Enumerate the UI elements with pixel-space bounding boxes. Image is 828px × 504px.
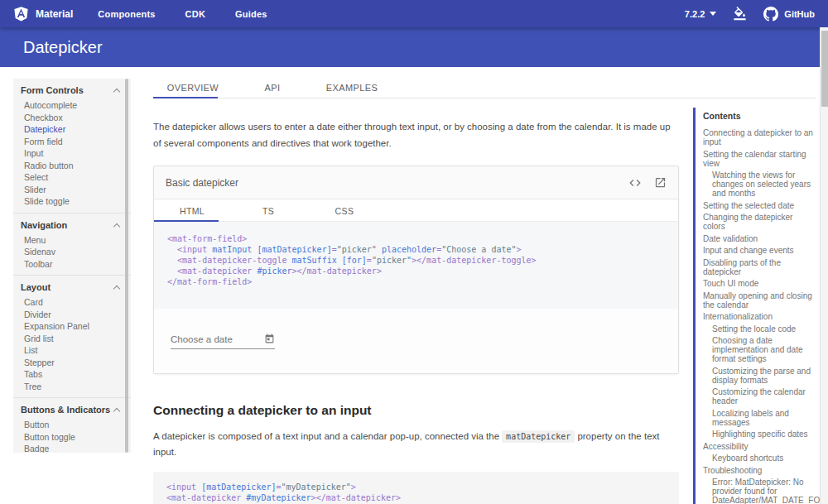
sidebar-item-checkbox[interactable]: Checkbox bbox=[13, 112, 131, 124]
version-picker[interactable]: 7.2.2 bbox=[685, 9, 716, 19]
sidenav-section-header[interactable]: Buttons & Indicators bbox=[13, 401, 131, 419]
sidenav-section-header[interactable]: Layout bbox=[13, 279, 131, 296]
sidenav-scrollbar[interactable] bbox=[125, 79, 128, 453]
toc-item-changing-the-datepicker-colors[interactable]: Changing the datepicker colors bbox=[703, 213, 816, 231]
toc-item-choosing-a-date-implementation-and-date-[interactable]: Choosing a date implementation and date … bbox=[703, 336, 816, 363]
sidenav-section-label: Layout bbox=[21, 283, 51, 292]
github-link[interactable]: GitHub bbox=[763, 7, 815, 22]
sidebar-item-grid-list[interactable]: Grid list bbox=[13, 333, 131, 345]
toc-item-input-and-change-events[interactable]: Input and change events bbox=[703, 246, 816, 255]
sidebar-item-menu[interactable]: Menu bbox=[13, 234, 131, 247]
sidebar-item-select[interactable]: Select bbox=[13, 171, 131, 184]
code-line: <input matInput [matDatepicker]="picker"… bbox=[167, 244, 665, 255]
toc-item-date-validation[interactable]: Date validation bbox=[703, 234, 816, 243]
paint-bucket-icon bbox=[733, 7, 747, 21]
sidebar-item-tree[interactable]: Tree bbox=[13, 381, 131, 393]
snippet-code-block: <input [matDatepicker]="myDatepicker"><m… bbox=[153, 472, 679, 504]
navbar-link-guides[interactable]: Guides bbox=[235, 9, 267, 19]
sidebar-item-tabs[interactable]: Tabs bbox=[13, 368, 131, 381]
demo-input-placeholder: Choose a date bbox=[171, 334, 233, 344]
sidebar-item-toolbar[interactable]: Toolbar bbox=[13, 258, 131, 271]
open-in-new-icon[interactable] bbox=[654, 176, 667, 189]
toc-item-setting-the-calendar-starting-view[interactable]: Setting the calendar starting view bbox=[703, 150, 816, 168]
section-heading: Connecting a datepicker to an input bbox=[153, 403, 679, 418]
version-label: 7.2.2 bbox=[685, 9, 705, 19]
navbar-links: ComponentsCDKGuides bbox=[98, 9, 267, 19]
chevron-up-icon bbox=[113, 286, 120, 292]
tab-api[interactable]: API bbox=[233, 79, 312, 98]
code-line: <input [matDatepicker]="myDatepicker"> bbox=[166, 482, 666, 492]
example-demo-area: Choose a date bbox=[154, 309, 678, 373]
inline-code: matDatepicker bbox=[502, 430, 575, 443]
toc-item-setting-the-locale-code[interactable]: Setting the locale code bbox=[703, 324, 816, 334]
brand-home-link[interactable]: Material bbox=[13, 6, 73, 22]
sidebar-item-input[interactable]: Input bbox=[13, 147, 131, 160]
body-paragraph: A datepicker is composed of a text input… bbox=[153, 429, 679, 460]
toc-item-customizing-the-calendar-header[interactable]: Customizing the calendar header bbox=[703, 387, 816, 406]
sidenav-section-label: Navigation bbox=[21, 221, 67, 230]
sidebar-item-datepicker[interactable]: Datepicker bbox=[13, 123, 131, 136]
paragraph-text: A datepicker is composed of a text input… bbox=[153, 431, 499, 441]
toc-item-localizing-labels-and-messages[interactable]: Localizing labels and messages bbox=[703, 409, 816, 427]
toc-item-accessibility[interactable]: Accessibility bbox=[703, 442, 816, 451]
toc-item-troubleshooting[interactable]: Troubleshooting bbox=[703, 466, 816, 475]
scrollbar-thumb[interactable] bbox=[821, 31, 828, 107]
sidenav-section-header[interactable]: Navigation bbox=[13, 217, 131, 234]
sidebar-item-autocomplete[interactable]: Autocomplete bbox=[13, 99, 131, 112]
card-tab-css[interactable]: CSS bbox=[306, 199, 383, 221]
github-label: GitHub bbox=[784, 9, 815, 19]
toc-item-setting-the-selected-date[interactable]: Setting the selected date bbox=[703, 201, 816, 210]
page-title: Datepicker bbox=[23, 38, 103, 57]
navbar-link-components[interactable]: Components bbox=[98, 9, 155, 19]
sidebar-item-slide-toggle[interactable]: Slide toggle bbox=[13, 195, 131, 208]
brand-label: Material bbox=[36, 8, 73, 20]
sidenav-section-header[interactable]: Form Controls bbox=[13, 82, 131, 99]
sidebar-item-badge[interactable]: Badge bbox=[13, 443, 131, 453]
toc-item-error-matdatepicker-no-provider-found-fo[interactable]: Error: MatDatepicker: No provider found … bbox=[703, 478, 816, 504]
top-navbar: Material ComponentsCDKGuides 7.2.2 GitHu… bbox=[0, 0, 828, 27]
chevron-up-icon bbox=[113, 223, 120, 229]
sidebar-item-divider[interactable]: Divider bbox=[13, 309, 131, 321]
toc-item-connecting-a-datepicker-to-an-input[interactable]: Connecting a datepicker to an input bbox=[703, 128, 816, 146]
example-code-tabs: HTMLTSCSS bbox=[154, 199, 678, 222]
intro-paragraph: The datepicker allows users to enter a d… bbox=[153, 118, 679, 151]
toc-item-disabling-parts-of-the-datepicker[interactable]: Disabling parts of the datepicker bbox=[703, 258, 816, 276]
toc-item-watching-the-views-for-changes-on-select[interactable]: Watching the views for changes on select… bbox=[703, 170, 816, 198]
card-tab-html[interactable]: HTML bbox=[154, 199, 230, 221]
view-source-icon[interactable] bbox=[628, 176, 642, 190]
sidebar-item-slider[interactable]: Slider bbox=[13, 184, 131, 196]
calendar-icon[interactable] bbox=[264, 334, 275, 344]
sidebar-item-expansion-panel[interactable]: Expansion Panel bbox=[13, 320, 131, 333]
card-tab-ts[interactable]: TS bbox=[230, 199, 306, 221]
demo-datepicker-input[interactable]: Choose a date bbox=[171, 334, 275, 349]
page-scrollbar[interactable] bbox=[820, 27, 828, 504]
sidebar-item-list[interactable]: List bbox=[13, 344, 131, 357]
toc-item-keyboard-shortcuts[interactable]: Keyboard shortcuts bbox=[703, 454, 816, 463]
navbar-right: 7.2.2 GitHub bbox=[685, 7, 815, 22]
sidebar-item-button-toggle[interactable]: Button toggle bbox=[13, 431, 131, 444]
toc-item-customizing-the-parse-and-display-format[interactable]: Customizing the parse and display format… bbox=[703, 367, 816, 385]
tab-examples[interactable]: EXAMPLES bbox=[312, 79, 392, 98]
theme-picker-button[interactable] bbox=[733, 7, 747, 21]
tab-overview[interactable]: OVERVIEW bbox=[153, 79, 233, 98]
sidebar-item-stepper[interactable]: Stepper bbox=[13, 357, 131, 369]
sidebar-item-form-field[interactable]: Form field bbox=[13, 136, 131, 148]
navbar-link-cdk[interactable]: CDK bbox=[185, 9, 205, 19]
toc-item-internationalization[interactable]: Internationalization bbox=[703, 312, 816, 321]
toc-item-touch-ui-mode[interactable]: Touch UI mode bbox=[703, 279, 816, 288]
caret-down-icon bbox=[710, 12, 716, 16]
sidebar-item-card[interactable]: Card bbox=[13, 296, 131, 309]
chevron-up-icon bbox=[113, 89, 120, 95]
sidebar-item-radio-button[interactable]: Radio button bbox=[13, 160, 131, 172]
angular-material-logo-icon bbox=[13, 6, 29, 22]
sidenav-section-label: Buttons & Indicators bbox=[21, 406, 110, 415]
sidenav-section: Form ControlsAutocompleteCheckboxDatepic… bbox=[13, 79, 131, 213]
github-icon bbox=[763, 7, 778, 22]
toc-items: Connecting a datepicker to an inputSetti… bbox=[703, 128, 816, 504]
sidenav-sections: Form ControlsAutocompleteCheckboxDatepic… bbox=[13, 79, 131, 453]
sidebar-item-sidenav[interactable]: Sidenav bbox=[13, 246, 131, 258]
doc-tabs: OVERVIEWAPIEXAMPLES bbox=[153, 79, 816, 98]
sidebar-item-button[interactable]: Button bbox=[13, 419, 131, 431]
toc-item-manually-opening-and-closing-the-calenda[interactable]: Manually opening and closing the calenda… bbox=[703, 291, 816, 310]
toc-item-highlighting-specific-dates[interactable]: Highlighting specific dates bbox=[703, 430, 816, 439]
